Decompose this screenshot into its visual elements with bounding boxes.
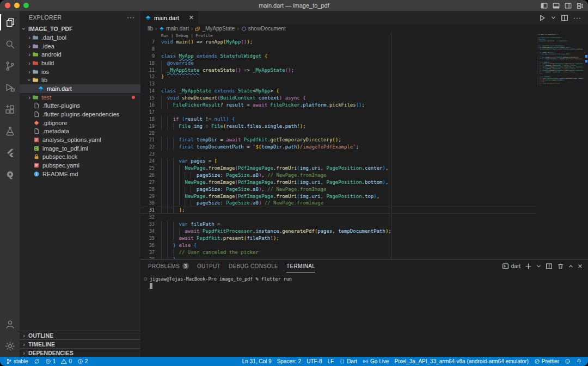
line-number[interactable]: 28 <box>140 186 155 193</box>
activity-testing-beaker[interactable] <box>0 120 20 142</box>
explorer-item-android[interactable]: ›android <box>20 50 140 59</box>
code-line-17[interactable]: 17 <box>140 109 536 116</box>
panel-action-split-editor[interactable] <box>546 263 553 270</box>
panel-action-terminal-profile[interactable]: dart <box>502 263 520 270</box>
line-number[interactable]: 16 <box>140 102 155 109</box>
code-line-23[interactable]: 23 <box>140 151 536 158</box>
line-number[interactable]: 36 <box>140 242 155 249</box>
line-number[interactable]: 18 <box>140 116 155 123</box>
line-number[interactable]: 37 <box>140 249 155 256</box>
status-warning[interactable]: 0 <box>58 357 75 366</box>
explorer-item-pubspec.yaml[interactable]: pubspec.yaml <box>20 161 140 170</box>
explorer-item-.metadata[interactable]: .metadata <box>20 127 140 136</box>
status-source-branch[interactable]: stable <box>3 357 31 366</box>
line-number[interactable]: 7 <box>140 39 155 46</box>
code-line-11[interactable]: 11 _MyAppState createState() => _MyAppSt… <box>140 67 536 74</box>
panel-action-chevron-up[interactable] <box>568 264 573 269</box>
line-number[interactable]: 15 <box>140 95 155 102</box>
status-info[interactable]: 2 <box>75 357 91 366</box>
activity-search[interactable] <box>0 33 20 55</box>
code-line-29[interactable]: 29 NewPage.fromImage(PdfImagePage.fromUr… <box>140 193 536 200</box>
code-line-20[interactable]: 20 <box>140 130 536 137</box>
line-number[interactable]: 33 <box>140 221 155 228</box>
code-line-19[interactable]: 19 File img = File(result.files.single.p… <box>140 123 536 130</box>
line-number[interactable]: 14 <box>140 88 155 95</box>
terminal[interactable]: jigsaw@Tejas-MacBook-Pro image_to_pdf % … <box>140 272 588 357</box>
activity-run-debug[interactable] <box>0 77 20 98</box>
activity-flutter[interactable] <box>0 142 20 164</box>
close-icon[interactable]: ✕ <box>189 14 194 21</box>
panel-action-close[interactable] <box>578 264 583 269</box>
code-line-30[interactable]: 30 pageSize: PageSize.a0) // NewPage.fro… <box>140 200 536 207</box>
split-editor-icon[interactable] <box>561 14 568 22</box>
line-number[interactable]: 27 <box>140 179 155 186</box>
activity-q-extension[interactable] <box>0 164 20 185</box>
activity-extensions[interactable] <box>0 98 20 120</box>
code-line-16[interactable]: 16 FilePickerResult? result = await File… <box>140 102 536 109</box>
panel-tab-debug-console[interactable]: DEBUG CONSOLE <box>229 259 278 272</box>
line-number[interactable]: 29 <box>140 193 155 200</box>
chevron-down-icon[interactable] <box>551 15 556 20</box>
code-line-34[interactable]: 34 await PspdfkitProcessor.instance.gene… <box>140 228 536 235</box>
status-utf-8[interactable]: UTF-8 <box>304 357 324 366</box>
activity-account[interactable] <box>0 313 20 335</box>
code-line-22[interactable]: 22 final tempDocumentPath = '${tempDir.p… <box>140 144 536 151</box>
layout-sidebar-right-icon[interactable] <box>565 2 572 9</box>
code-line-7[interactable]: 7void main() => runApp(MyApp()); <box>140 39 536 46</box>
sidebar-section-dependencies[interactable]: ›DEPENDENCIES <box>20 348 140 357</box>
status-broadcast[interactable]: Go Live <box>360 357 391 366</box>
line-number[interactable]: 20 <box>140 130 155 137</box>
status-lf[interactable]: LF <box>324 357 336 366</box>
panel-tab-problems[interactable]: PROBLEMS3 <box>148 259 189 272</box>
explorer-item-ios[interactable]: ›ios <box>20 67 140 76</box>
explorer-item-analysis_options.yaml[interactable]: analysis_options.yaml <box>20 135 140 144</box>
panel-tab-terminal[interactable]: TERMINAL <box>286 259 315 272</box>
traffic-minimize-button[interactable] <box>14 3 20 8</box>
explorer-item-.flutter-plugins-dependencies[interactable]: .flutter-plugins-dependencies <box>20 110 140 119</box>
status-pixel-3a-api-33-arm64-v8a-an[interactable]: Pixel_3a_API_33_arm64-v8a (android-arm64… <box>392 357 531 366</box>
code-line-31[interactable]: 31 ]; <box>140 207 536 214</box>
code-line-38[interactable]: 38 } <box>140 256 536 259</box>
status-ln-31-col-9[interactable]: Ln 31, Col 9 <box>240 357 274 366</box>
code-line-35[interactable]: 35 await Pspdfkit.present(filePath!); <box>140 235 536 242</box>
panel-action-chevron-down[interactable] <box>536 264 541 269</box>
code-line-10[interactable]: 10 @override <box>140 60 536 67</box>
code-line-28[interactable]: 28 pageSize: PageSize.a0), // NewPage.fr… <box>140 186 536 193</box>
explorer-item-build[interactable]: ›build <box>20 59 140 67</box>
code-line-27[interactable]: 27 NewPage.fromImage(PdfImagePage.fromUr… <box>140 179 536 186</box>
code-line-26[interactable]: 26 pageSize: PageSize.a0), // NewPage.fr… <box>140 172 536 179</box>
status-prettier[interactable]: Prettier <box>531 357 562 366</box>
status-bell[interactable] <box>573 357 585 366</box>
activity-source-control[interactable] <box>0 55 20 77</box>
more-actions-icon[interactable]: ··· <box>573 14 581 22</box>
code-line-9[interactable]: 9class MyApp extends StatefulWidget { <box>140 53 536 60</box>
explorer-item-lib[interactable]: ›lib <box>20 76 140 84</box>
sidebar-section-timeline[interactable]: ›TIMELINE <box>20 339 140 348</box>
code-line-24[interactable]: 24 var pages = [ <box>140 158 536 165</box>
breadcrumb-showDocument[interactable]: showDocument <box>241 26 286 32</box>
code-line-13[interactable]: 13 <box>140 80 536 88</box>
code-line-18[interactable]: 18 if (result != null) { <box>140 116 536 123</box>
panel-action-trash[interactable] <box>557 263 564 270</box>
explorer-item-README.md[interactable]: README.md <box>20 170 140 178</box>
panel-action-plus[interactable] <box>525 263 532 270</box>
code-editor[interactable]: Run | Debug | Profile7void main() => run… <box>140 33 588 259</box>
line-number[interactable]: 13 <box>140 80 155 88</box>
line-number[interactable]: 24 <box>140 158 155 165</box>
code-line-15[interactable]: 15 void showDocument(BuildContext contex… <box>140 95 536 102</box>
activity-explorer-files[interactable] <box>0 11 20 33</box>
line-number[interactable]: 17 <box>140 109 155 116</box>
code-line-36[interactable]: 36 } else { <box>140 242 536 249</box>
layout-panel-icon[interactable] <box>553 2 560 9</box>
line-number[interactable]: 34 <box>140 228 155 235</box>
line-number[interactable]: 12 <box>140 73 155 80</box>
line-number[interactable]: 22 <box>140 144 155 151</box>
code-line-37[interactable]: 37 // User canceled the picker <box>140 249 536 256</box>
line-number[interactable]: 19 <box>140 123 155 130</box>
code-line-12[interactable]: 12} <box>140 73 536 80</box>
line-number[interactable]: 31 <box>140 207 155 214</box>
line-number[interactable]: 38 <box>140 256 155 259</box>
code-line-21[interactable]: 21 final tempDir = await Pspdfkit.getTem… <box>140 137 536 144</box>
explorer-item-.idea[interactable]: ›.idea <box>20 42 140 51</box>
explorer-item-.dart_tool[interactable]: ›.dart_tool <box>20 33 140 42</box>
